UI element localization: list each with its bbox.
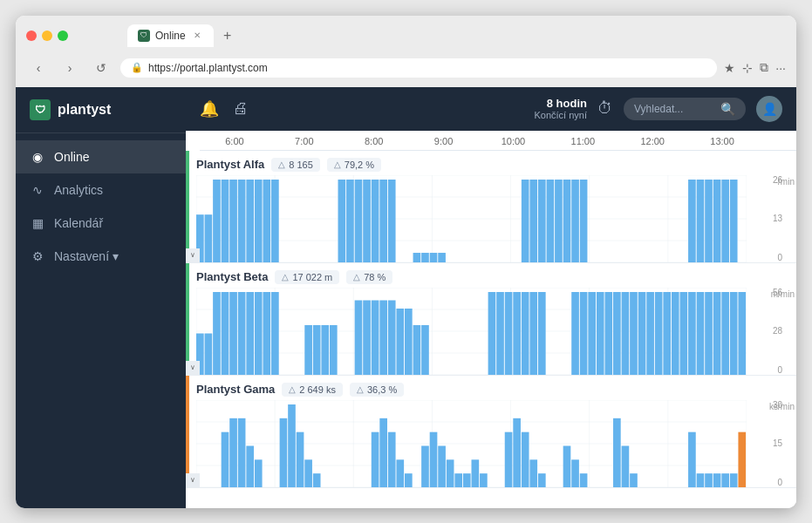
refresh-button[interactable]: ↺: [89, 56, 113, 80]
badge-value: 2 649 ks: [299, 384, 336, 395]
svg-rect-67: [246, 292, 254, 375]
svg-rect-43: [697, 180, 705, 262]
svg-rect-148: [505, 431, 513, 486]
sidebar-logo: 🛡 plantyst: [16, 87, 186, 133]
svg-rect-39: [563, 180, 571, 262]
notification-bell-icon[interactable]: 🔔: [200, 99, 219, 119]
time-axis-label: 12:00: [618, 136, 687, 146]
svg-rect-15: [213, 180, 221, 262]
chart-collapse-gama[interactable]: ∨: [186, 473, 200, 487]
chart-panel-gama: Plantyst Gama△ 2 649 ks△ 36,3 %ks/min301…: [186, 376, 796, 488]
sidebar: 🛡 plantyst ◉ Online ∿ Analytics ▦ Kalend…: [16, 87, 186, 508]
svg-rect-104: [680, 292, 688, 375]
svg-rect-132: [297, 431, 304, 486]
svg-rect-66: [238, 292, 246, 375]
extensions-icon[interactable]: ⧉: [760, 60, 768, 75]
svg-rect-79: [388, 300, 396, 375]
menu-icon[interactable]: ···: [775, 61, 786, 75]
svg-rect-36: [538, 180, 546, 262]
bookmark-icon[interactable]: ★: [724, 61, 735, 75]
search-box[interactable]: Vyhledat... 🔍: [624, 98, 746, 120]
badge-value: 78 %: [364, 272, 386, 282]
badge-value: 8 165: [289, 160, 313, 170]
sidebar-item-label: Online: [54, 150, 89, 164]
sidebar-item-online[interactable]: ◉ Online: [16, 140, 186, 173]
svg-rect-151: [529, 459, 537, 487]
svg-rect-83: [421, 325, 429, 375]
svg-rect-152: [538, 473, 546, 487]
search-icon[interactable]: 🔍: [720, 102, 735, 116]
time-info: 8 hodin Končící nyní: [534, 97, 587, 120]
svg-rect-133: [304, 459, 312, 487]
chart-y-axis-gama: 30150: [747, 400, 786, 487]
svg-rect-68: [255, 292, 263, 375]
badge-value: 17 022 m: [292, 272, 332, 282]
svg-rect-82: [413, 325, 421, 375]
sidebar-item-settings[interactable]: ⚙ Nastavení ▾: [16, 240, 186, 273]
address-bar[interactable]: 🔒 https://portal.plantyst.com: [120, 58, 717, 78]
maximize-traffic-light[interactable]: [58, 31, 68, 41]
y-axis-label: 26: [773, 175, 782, 185]
chart-indicator-alpha: [186, 151, 189, 262]
chart-area-alpha: [196, 175, 747, 262]
print-icon[interactable]: 🖨: [233, 99, 249, 118]
svg-rect-154: [571, 459, 579, 487]
svg-rect-40: [571, 180, 579, 262]
forward-button[interactable]: ›: [58, 56, 82, 80]
tab-close-button[interactable]: ✕: [191, 30, 203, 42]
sidebar-item-calendar[interactable]: ▦ Kalendář: [16, 207, 186, 240]
svg-rect-21: [263, 180, 270, 262]
svg-rect-76: [363, 300, 371, 375]
online-icon: ◉: [30, 149, 45, 165]
back-button[interactable]: ‹: [26, 56, 51, 80]
svg-rect-161: [705, 473, 713, 487]
svg-rect-144: [454, 473, 462, 487]
chart-collapse-alpha[interactable]: ∨: [186, 248, 200, 262]
tab-title: Online: [155, 30, 186, 42]
svg-rect-90: [538, 292, 546, 375]
lock-icon: 🔒: [131, 62, 143, 73]
y-axis-label: 56: [773, 288, 782, 297]
chart-svg-beta: [196, 288, 747, 375]
user-avatar[interactable]: 👤: [756, 96, 782, 122]
svg-rect-77: [372, 300, 379, 375]
svg-rect-134: [313, 473, 321, 487]
close-traffic-light[interactable]: [26, 31, 37, 41]
header-right: 8 hodin Končící nyní ⏱ Vyhledat... 🔍 👤: [534, 96, 782, 122]
time-axis-inner: 6:007:008:009:0010:0011:0012:0013:00: [200, 136, 796, 146]
svg-rect-164: [730, 473, 738, 487]
svg-rect-69: [263, 292, 270, 375]
svg-rect-34: [522, 180, 529, 262]
svg-rect-95: [604, 292, 612, 375]
search-placeholder: Vyhledat...: [634, 103, 713, 115]
svg-rect-17: [229, 180, 237, 262]
svg-rect-89: [529, 292, 537, 375]
svg-rect-111: [738, 292, 746, 375]
new-tab-button[interactable]: +: [217, 25, 238, 46]
svg-rect-70: [271, 292, 279, 375]
y-axis-label: 13: [773, 214, 782, 223]
sidebar-nav: ◉ Online ∿ Analytics ▦ Kalendář ⚙ Nastav…: [16, 133, 186, 508]
active-tab[interactable]: 🛡 Online ✕: [127, 24, 214, 47]
svg-rect-142: [438, 445, 446, 487]
badge-value: 79,2 %: [345, 160, 374, 170]
chart-svg-alpha: [196, 175, 747, 262]
sidebar-item-analytics[interactable]: ∿ Analytics: [16, 173, 186, 207]
chart-body-alpha: 26130: [196, 175, 786, 262]
svg-rect-73: [321, 325, 329, 375]
bookmark-add-icon[interactable]: ⊹: [742, 61, 753, 75]
svg-rect-128: [246, 445, 254, 487]
badge-icon: △: [334, 160, 341, 169]
chart-indicator-gama: [186, 376, 189, 487]
svg-rect-126: [229, 418, 237, 486]
svg-rect-91: [571, 292, 579, 375]
svg-rect-135: [372, 431, 379, 486]
chart-collapse-beta[interactable]: ∨: [186, 361, 200, 375]
svg-rect-140: [421, 445, 429, 487]
svg-rect-127: [238, 418, 246, 486]
svg-rect-62: [205, 333, 213, 375]
svg-rect-84: [488, 292, 496, 375]
logo-icon: 🛡: [30, 99, 51, 120]
charts-container: 6:007:008:009:0010:0011:0012:0013:00 Pla…: [186, 131, 796, 508]
minimize-traffic-light[interactable]: [42, 31, 52, 41]
